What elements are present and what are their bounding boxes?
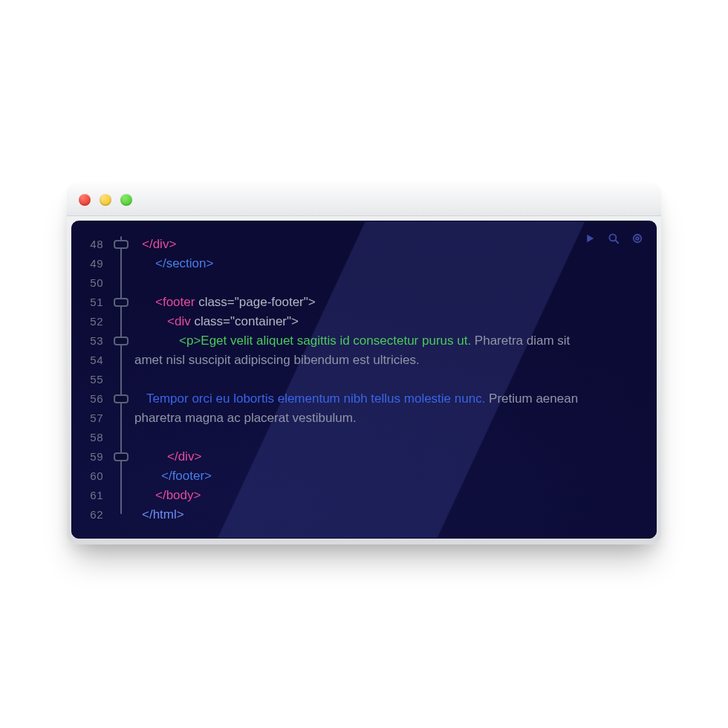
line-number: 59 — [72, 447, 103, 467]
code-token: <footer — [155, 295, 198, 309]
line-number: 51 — [72, 293, 103, 312]
code-token: class="container"> — [194, 314, 299, 328]
line-number: 54 — [72, 351, 103, 370]
fold-guide-line — [120, 236, 122, 514]
line-number: 58 — [72, 428, 103, 447]
fold-toggle-icon[interactable] — [114, 337, 129, 345]
line-number: 50 — [72, 273, 103, 293]
code-token: </body> — [134, 486, 201, 505]
svg-point-3 — [636, 237, 639, 240]
code-text: Tempor orci eu lobortis elementum nibh t… — [146, 391, 485, 406]
fold-toggle-icon[interactable] — [114, 240, 129, 249]
line-number: 55 — [72, 370, 103, 389]
code-token: </footer> — [134, 467, 212, 486]
traffic-lights — [79, 194, 132, 206]
code-token: </section> — [134, 254, 213, 273]
play-icon[interactable] — [583, 232, 597, 245]
fold-toggle-icon[interactable] — [114, 452, 129, 461]
search-icon[interactable] — [607, 232, 620, 245]
svg-point-2 — [634, 235, 642, 243]
line-number: 49 — [72, 254, 103, 273]
code-token: </div> — [134, 447, 201, 467]
line-number-gutter: 484950515253545556575859606162 — [72, 235, 111, 524]
titlebar — [67, 183, 661, 216]
minimize-icon[interactable] — [100, 194, 111, 206]
line-number: 61 — [72, 486, 103, 505]
fold-toggle-icon[interactable] — [114, 298, 129, 307]
svg-point-0 — [609, 234, 616, 241]
code-token: class="page-footer"> — [198, 295, 316, 309]
close-icon[interactable] — [79, 194, 91, 206]
line-number: 62 — [72, 505, 103, 524]
editor-window: 484950515253545556575859606162 </div> </… — [67, 183, 661, 545]
line-number: 52 — [72, 312, 103, 331]
svg-line-1 — [615, 240, 619, 244]
editor-toolbar — [583, 232, 644, 245]
window-frame: 484950515253545556575859606162 </div> </… — [67, 216, 661, 545]
code-text: Eget velit aliquet sagittis id consectet… — [201, 334, 471, 348]
zoom-icon[interactable] — [120, 194, 132, 206]
gear-icon[interactable] — [631, 232, 644, 245]
code-token: </div> — [134, 235, 176, 254]
fold-gutter — [111, 235, 131, 524]
code-paragraph: Tempor orci eu lobortis elementum nibh t… — [134, 389, 599, 428]
fold-toggle-icon[interactable] — [114, 394, 129, 403]
line-number: 57 — [72, 409, 103, 428]
code-token: </html> — [134, 505, 184, 524]
code-editor[interactable]: 484950515253545556575859606162 </div> </… — [71, 221, 657, 539]
line-number: 53 — [72, 331, 103, 351]
code-token: <div — [167, 314, 194, 328]
line-number: 48 — [72, 235, 103, 254]
code-token: <p> — [179, 334, 201, 348]
line-number: 60 — [72, 467, 103, 486]
line-number: 56 — [72, 389, 103, 409]
code-area[interactable]: </div> </section> <footer class="page-fo… — [131, 235, 643, 524]
code-paragraph: <p>Eget velit aliquet sagittis id consec… — [134, 331, 599, 370]
